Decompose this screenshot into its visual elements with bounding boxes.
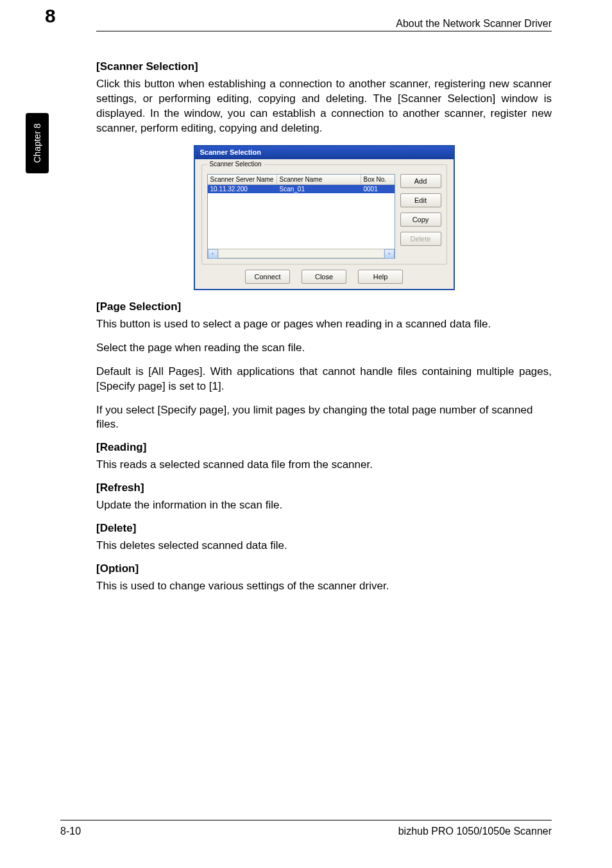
side-tab-label: Chapter 8 [32, 123, 42, 162]
scroll-right-button[interactable]: › [384, 249, 395, 259]
heading-option: [Option] [96, 562, 552, 575]
groupbox-label: Scanner Selection [207, 161, 264, 168]
heading-scanner-selection: [Scanner Selection] [96, 60, 552, 73]
header-rule [96, 31, 552, 31]
cell-scanner-name: Scan_01 [277, 185, 361, 193]
col-scanner-server-name[interactable]: Scanner Server Name [208, 175, 277, 184]
scroll-track[interactable] [218, 249, 384, 258]
dialog-body: Scanner Selection Scanner Server Name Sc… [195, 159, 454, 289]
close-button[interactable]: Close [302, 270, 346, 284]
horizontal-scrollbar[interactable]: ‹ › [208, 248, 395, 258]
para-page-selection-2: Select the page when reading the scan fi… [96, 341, 552, 356]
side-tab: Chapter 8 [26, 113, 49, 173]
para-refresh: Update the information in the scan file. [96, 498, 552, 513]
dialog-titlebar: Scanner Selection [195, 145, 454, 159]
chapter-number: 8 [45, 5, 56, 27]
dialog-groupbox: Scanner Selection Scanner Server Name Sc… [201, 164, 447, 265]
edit-button[interactable]: Edit [400, 193, 441, 207]
col-box-no[interactable]: Box No. [361, 175, 395, 184]
scanner-list[interactable]: Scanner Server Name Scanner Name Box No.… [207, 174, 395, 259]
side-label: About the Network Scanner Driver [32, 185, 45, 416]
dialog-main-row: Scanner Server Name Scanner Name Box No.… [207, 174, 441, 259]
page: 8 About the Network Scanner Driver Chapt… [0, 0, 612, 868]
add-button[interactable]: Add [400, 174, 441, 188]
dialog-bottom-buttons: Connect Close Help [201, 270, 447, 284]
para-page-selection-1: This button is used to select a page or … [96, 317, 552, 332]
cell-box-no: 0001 [361, 185, 395, 193]
help-button[interactable]: Help [358, 270, 403, 284]
copy-button[interactable]: Copy [400, 213, 441, 227]
dialog-container: Scanner Selection Scanner Selection Scan… [96, 145, 552, 290]
footer-product: bizhub PRO 1050/1050e Scanner [398, 826, 552, 837]
heading-refresh: [Refresh] [96, 482, 552, 494]
footer-page-number: 8-10 [60, 826, 81, 837]
list-header: Scanner Server Name Scanner Name Box No. [208, 175, 395, 185]
footer-rule [60, 820, 552, 820]
side-buttons: Add Edit Copy Delete [400, 174, 441, 246]
content-area: [Scanner Selection] Click this button wh… [96, 54, 552, 603]
para-scanner-selection: Click this button when establishing a co… [96, 77, 552, 136]
col-scanner-name[interactable]: Scanner Name [277, 175, 361, 184]
para-reading: This reads a selected scanned data file … [96, 458, 552, 473]
scanner-selection-dialog: Scanner Selection Scanner Selection Scan… [194, 145, 455, 290]
para-page-selection-4: If you select [Specify page], you limit … [96, 403, 552, 433]
cell-server-name: 10.11.32.200 [208, 185, 277, 193]
list-item[interactable]: 10.11.32.200 Scan_01 0001 [208, 185, 395, 193]
para-option: This is used to change various settings … [96, 579, 552, 594]
heading-reading: [Reading] [96, 441, 552, 454]
heading-page-selection: [Page Selection] [96, 300, 552, 313]
para-page-selection-3: Default is [All Pages]. With application… [96, 365, 552, 394]
connect-button[interactable]: Connect [245, 270, 290, 284]
list-body: 10.11.32.200 Scan_01 0001 [208, 185, 395, 248]
header-title: About the Network Scanner Driver [396, 18, 552, 30]
heading-delete: [Delete] [96, 522, 552, 535]
delete-button[interactable]: Delete [400, 232, 441, 246]
scroll-left-button[interactable]: ‹ [208, 249, 218, 259]
para-delete: This deletes selected scanned data file. [96, 539, 552, 553]
